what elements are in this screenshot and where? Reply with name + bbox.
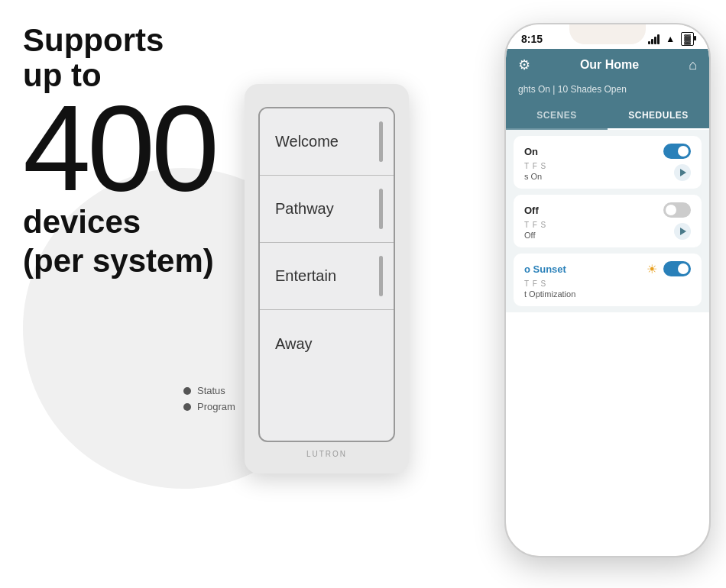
- keypad-button-entertain[interactable]: Entertain: [260, 243, 394, 310]
- schedule-list: On T F S s On Off T F S Off: [506, 130, 709, 312]
- wifi-icon: ▲: [666, 34, 675, 44]
- schedule-name: Off: [524, 205, 539, 216]
- battery-icon: ▓: [681, 32, 694, 46]
- app-title: Our Home: [530, 58, 689, 72]
- hero-number: 400: [23, 93, 216, 203]
- schedule-item-on: On T F S s On: [514, 136, 702, 189]
- keypad-button-pathway[interactable]: Pathway: [260, 176, 394, 243]
- keypad-panel: Welcome Pathway Entertain Away: [258, 107, 395, 442]
- slider-bar: [379, 121, 383, 161]
- phone-screen: 8:15 ▲ ▓ ⚙ Our Home ⌂: [506, 24, 709, 556]
- schedule-days: T F S: [524, 221, 691, 229]
- status-icons: ▲ ▓: [648, 32, 694, 46]
- phone-mockup: 8:15 ▲ ▓ ⚙ Our Home ⌂: [504, 23, 711, 557]
- keypad-button-away[interactable]: Away: [260, 310, 394, 377]
- schedule-item-off: Off T F S Off: [514, 195, 702, 247]
- program-label: Program: [197, 401, 235, 412]
- schedule-row1: o Sunset ☀: [524, 261, 691, 276]
- play-icon: [680, 169, 686, 176]
- play-button[interactable]: [674, 164, 691, 181]
- slider-bar: [379, 189, 383, 228]
- schedule-desc: Off: [524, 231, 691, 240]
- schedule-item-sunset: o Sunset ☀ T F S t Optimization: [514, 254, 702, 306]
- tabs-bar: SCENES SCHEDULES: [506, 102, 709, 130]
- schedule-desc: t Optimization: [524, 289, 691, 299]
- gear-icon[interactable]: ⚙: [518, 57, 530, 73]
- schedule-days: T F S: [524, 162, 691, 170]
- schedule-desc: s On: [524, 172, 691, 181]
- program-dot: [183, 403, 191, 411]
- signal-icon: [648, 34, 660, 44]
- tab-schedules[interactable]: SCHEDULES: [608, 102, 709, 130]
- sun-icon: ☀: [647, 262, 657, 276]
- keypad-button-welcome[interactable]: Welcome: [260, 108, 394, 176]
- schedule-toggle-on[interactable]: [663, 261, 691, 276]
- hub-indicator-dots: Status Program: [183, 385, 235, 412]
- subtitle-bar: ghts On | 10 Shades Open: [506, 81, 709, 102]
- schedule-toggle-on[interactable]: [663, 144, 691, 159]
- schedule-days: T F S: [524, 279, 691, 288]
- home-icon[interactable]: ⌂: [689, 57, 697, 73]
- status-label: Status: [197, 385, 225, 396]
- keypad-device: Welcome Pathway Entertain Away LUTRON: [245, 84, 409, 473]
- program-dot-row: Program: [183, 401, 235, 412]
- schedule-row1: Off: [524, 202, 691, 218]
- status-dot-row: Status: [183, 385, 235, 396]
- slider-bar: [379, 256, 383, 296]
- subtitle-text: ghts On | 10 Shades Open: [518, 84, 627, 95]
- status-time: 8:15: [521, 33, 543, 45]
- app-header: ⚙ Our Home ⌂: [506, 49, 709, 81]
- hero-text-block: Supports up to 400 devices (per system): [23, 23, 216, 280]
- play-icon: [680, 228, 686, 235]
- schedule-name: o Sunset: [524, 263, 566, 275]
- phone-notch: [569, 24, 646, 44]
- schedule-row1: On: [524, 144, 691, 159]
- play-button[interactable]: [674, 223, 691, 240]
- schedule-toggle-off[interactable]: [663, 202, 691, 218]
- schedule-name: On: [524, 146, 538, 157]
- status-dot: [183, 387, 191, 395]
- tab-scenes[interactable]: SCENES: [506, 102, 608, 128]
- keypad-brand: LUTRON: [306, 450, 347, 458]
